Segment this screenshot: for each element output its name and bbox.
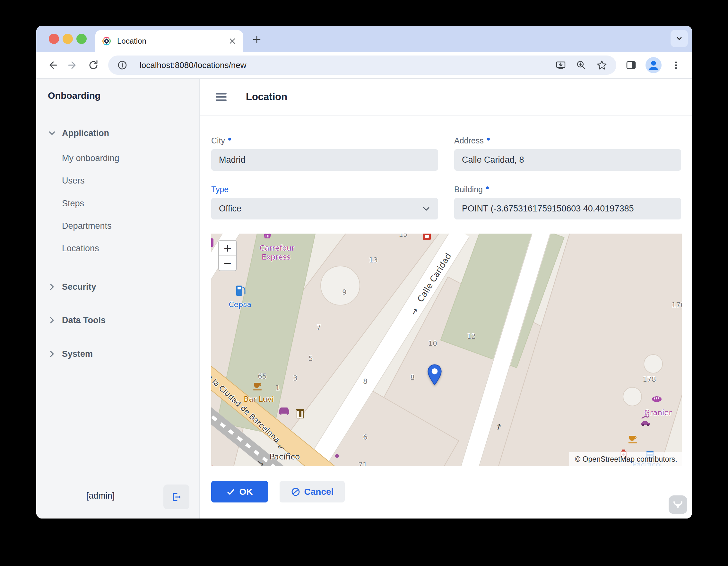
- required-dot-icon: [228, 138, 231, 141]
- poi-label-carrefour-2: Express: [262, 253, 290, 261]
- bakery-bread-icon: [651, 396, 662, 404]
- maximize-window-button[interactable]: [76, 34, 87, 44]
- sign-out-icon: [171, 491, 182, 503]
- site-info-icon[interactable]: [117, 60, 127, 70]
- city-field-group: City: [211, 136, 438, 171]
- furniture-sofa-icon: [278, 407, 290, 417]
- house-number: 1: [275, 384, 280, 392]
- side-panel-icon[interactable]: [622, 56, 640, 74]
- building-field-group: Building: [454, 185, 681, 220]
- sidebar-item-locations[interactable]: Locations: [62, 242, 99, 255]
- car-icon: [641, 421, 650, 428]
- sidebar-item-users[interactable]: Users: [62, 174, 85, 187]
- form-actions: OK Cancel: [200, 466, 692, 502]
- poi-icon-partial: [211, 238, 214, 249]
- chevron-right-icon: [48, 283, 56, 291]
- close-window-button[interactable]: [49, 34, 59, 44]
- house-number: 9: [342, 288, 347, 296]
- check-icon: [227, 488, 235, 496]
- building-input[interactable]: [454, 198, 681, 220]
- poi-label-bar-luvi: Bar Luvi: [244, 395, 274, 403]
- main-content: Location City Address Type Office: [200, 79, 692, 518]
- fuel-station-icon: [235, 284, 247, 298]
- sidebar: Onboarding Application My onboarding Use…: [36, 79, 200, 518]
- chevron-right-icon: [48, 316, 56, 324]
- tab-search-chevron-button[interactable]: [671, 30, 688, 47]
- street-label-pacifico: Pacífico: [270, 452, 300, 461]
- zoom-page-icon[interactable]: [576, 60, 587, 71]
- map-zoom-in-button[interactable]: +: [219, 241, 236, 256]
- poi-label-carrefour: Carrefour: [260, 244, 295, 252]
- tab-title: Location: [117, 37, 228, 46]
- house-number: 7: [316, 323, 321, 331]
- building-label: Building: [454, 185, 681, 194]
- sidebar-item-steps[interactable]: Steps: [62, 197, 84, 210]
- type-label: Type: [211, 185, 438, 194]
- ok-button[interactable]: OK: [211, 481, 268, 502]
- browser-menu-icon[interactable]: [667, 56, 685, 74]
- doors-shop-icon: [295, 408, 305, 420]
- cancel-button[interactable]: Cancel: [280, 481, 345, 502]
- map-zoom-control: + −: [218, 240, 237, 271]
- url-text[interactable]: localhost:8080/locations/new: [140, 60, 546, 70]
- browser-tab[interactable]: Location: [95, 30, 243, 52]
- house-number: 8: [363, 377, 368, 385]
- profile-avatar[interactable]: [645, 56, 663, 74]
- address-bar[interactable]: localhost:8080/locations/new: [108, 56, 616, 75]
- poi-label-cepsa: Cepsa: [229, 300, 252, 309]
- poi-label-granier: Granier: [644, 408, 672, 417]
- sidebar-item-departments[interactable]: Departments: [62, 220, 112, 232]
- drawer-toggle-hamburger-icon[interactable]: [215, 92, 227, 102]
- bookmark-star-icon[interactable]: [596, 60, 607, 71]
- city-input[interactable]: [211, 149, 438, 171]
- house-number: 178: [643, 375, 656, 383]
- map-zoom-out-button[interactable]: −: [219, 256, 236, 271]
- address-label: Address: [454, 136, 681, 145]
- location-form: City Address Type Office Building: [200, 116, 692, 220]
- logout-button[interactable]: [163, 484, 189, 509]
- map[interactable]: Calle Caridad e la Ciudad de Barcelona P…: [211, 234, 682, 466]
- reload-button[interactable]: [84, 56, 102, 74]
- house-number: 65: [258, 372, 267, 380]
- house-number: 5: [308, 354, 313, 362]
- ban-icon: [291, 487, 300, 497]
- map-attribution[interactable]: © OpenStreetMap contributors.: [569, 452, 682, 466]
- vaadin-logo-icon: [672, 499, 684, 511]
- sidebar-section-application[interactable]: Application: [48, 127, 109, 140]
- back-button[interactable]: [43, 56, 61, 74]
- sidebar-section-data-tools[interactable]: Data Tools: [48, 314, 106, 326]
- house-number: 13: [369, 256, 378, 264]
- supermarket-icon: [423, 234, 431, 242]
- city-label: City: [211, 136, 438, 145]
- cafe-cup-icon: [628, 434, 638, 445]
- house-number: 15: [399, 234, 408, 239]
- vaadin-dev-tools-button[interactable]: [669, 495, 687, 514]
- new-tab-button[interactable]: [248, 31, 265, 48]
- close-tab-icon[interactable]: [228, 37, 237, 45]
- house-number: 71: [358, 461, 367, 466]
- location-marker-pin[interactable]: [426, 364, 443, 387]
- view-header: Location: [200, 79, 692, 116]
- required-dot-icon: [486, 187, 489, 189]
- forward-button[interactable]: [64, 56, 82, 74]
- minimize-window-button[interactable]: [63, 34, 73, 44]
- poi-dot-icon: [335, 454, 339, 459]
- sidebar-item-my-onboarding[interactable]: My onboarding: [62, 152, 119, 165]
- house-number: 6: [363, 433, 368, 441]
- install-app-icon[interactable]: [555, 60, 566, 71]
- type-select[interactable]: Office: [211, 198, 438, 220]
- chevron-right-icon: [48, 350, 56, 358]
- sidebar-section-security[interactable]: Security: [48, 281, 96, 293]
- type-selected-value: Office: [219, 204, 241, 214]
- sidebar-section-system[interactable]: System: [48, 347, 93, 360]
- house-number: 12: [467, 332, 476, 340]
- page-title: Location: [246, 91, 287, 103]
- map-round-building: [644, 354, 663, 373]
- browser-window: Location localhost:8080/locations/new: [36, 26, 692, 518]
- address-input[interactable]: [454, 149, 681, 171]
- required-dot-icon: [487, 138, 490, 141]
- logged-in-user-label: [admin]: [56, 491, 145, 501]
- tab-strip: Location: [36, 26, 692, 52]
- chevron-down-icon: [422, 205, 430, 213]
- house-number: 8: [410, 373, 415, 381]
